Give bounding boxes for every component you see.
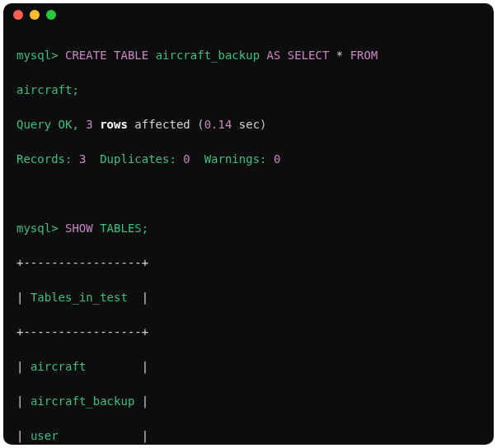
prompt2: mysql> — [16, 222, 59, 235]
line-stmt2: mysql> SHOW TABLES; — [16, 220, 481, 237]
records-lbl: Records: — [16, 152, 72, 166]
line-stmt1a: mysql> CREATE TABLE aircraft_backup AS S… — [16, 47, 481, 64]
kw-as: AS — [267, 49, 281, 62]
cell-user: user — [30, 429, 59, 442]
maximize-icon[interactable] — [46, 10, 56, 20]
line-stmt1b: aircraft; — [16, 82, 481, 99]
tbl1-row1: | aircraft | — [16, 358, 481, 376]
warn-val: 0 — [274, 152, 280, 166]
kw-from: FROM — [350, 49, 378, 62]
ident-aircraft: aircraft; — [16, 83, 79, 96]
dup-lbl: Duplicates: — [100, 152, 176, 166]
tbl1-row3: | user | — [16, 427, 481, 445]
line-queryok: Query OK, 3 rows affected (0.14 sec) — [16, 116, 481, 133]
rows-kw: rows — [100, 118, 128, 131]
tbl1-border-top: +-----------------+ — [16, 254, 481, 272]
prompt: mysql> — [16, 49, 59, 62]
affected: affected — [134, 118, 190, 131]
query-ok: Query OK, — [16, 118, 79, 131]
col-header: Tables_in_test — [30, 291, 128, 304]
cell-backup: aircraft_backup — [30, 394, 134, 408]
cell-aircraft: aircraft — [30, 360, 86, 373]
minimize-icon[interactable] — [30, 10, 40, 20]
terminal-window: mysql> CREATE TABLE aircraft_backup AS S… — [3, 3, 494, 445]
sec1: sec — [239, 118, 260, 131]
kw-select: SELECT — [288, 49, 330, 62]
titlebar — [3, 3, 494, 26]
ident-tables: TABLES; — [100, 222, 148, 235]
warn-lbl: Warnings: — [204, 152, 267, 166]
tbl1-row2: | aircraft_backup | — [16, 393, 481, 410]
kw-show: SHOW — [65, 222, 93, 235]
terminal-content: mysql> CREATE TABLE aircraft_backup AS S… — [3, 26, 494, 445]
star: * — [336, 49, 343, 62]
ident-backup: aircraft_backup — [156, 49, 260, 62]
kw-create: CREATE — [65, 49, 107, 62]
time1: 0.14 — [204, 118, 232, 131]
dup-val: 0 — [183, 152, 190, 166]
tbl1-header: | Tables_in_test | — [16, 289, 481, 306]
line-records: Records: 3 Duplicates: 0 Warnings: 0 — [16, 151, 481, 168]
close-icon[interactable] — [13, 10, 23, 20]
records-val: 3 — [79, 152, 86, 166]
kw-table: TABLE — [114, 49, 148, 62]
num-3: 3 — [86, 118, 92, 131]
tbl1-border-mid: +-----------------+ — [16, 324, 481, 341]
blank-1 — [16, 185, 481, 203]
